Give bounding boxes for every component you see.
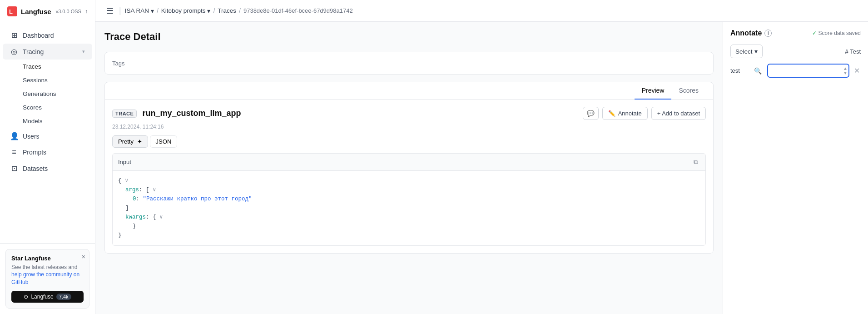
annotate-icon: ✏️ [608, 110, 615, 117]
score-input[interactable] [767, 64, 849, 78]
chevron-down-icon: ▾ [82, 49, 85, 55]
page-content-area: Trace Detail Tags Preview Scores [95, 22, 868, 314]
sidebar-item-tracing[interactable]: ◎ Tracing ▾ [3, 44, 92, 60]
code-line-6: } [118, 222, 700, 231]
svg-text:L: L [9, 8, 13, 15]
copy-button[interactable]: ⧉ [692, 157, 700, 167]
annotate-panel: Annotate i ✓ Score data saved Select ▾ #… [723, 22, 868, 314]
add-dataset-label: + Add to dataset [657, 110, 700, 117]
close-icon: ✕ [854, 67, 860, 75]
sidebar-item-sessions[interactable]: Sessions [3, 74, 92, 87]
breadcrumb-traces-label: Traces [218, 7, 236, 14]
breadcrumb-item-traces[interactable]: Traces [218, 7, 236, 14]
comment-button[interactable]: 💬 [583, 107, 599, 120]
main-content: ☰ | ISA RAN ▾ / Kitoboy prompts ▾ / Trac… [95, 0, 868, 314]
sidebar-item-models[interactable]: Models [3, 115, 92, 128]
sidebar-nav: ⊞ Dashboard ◎ Tracing ▾ Traces Sessions … [0, 23, 95, 243]
code-line-4: ] [118, 204, 700, 213]
chevron-down-icon: ▾ [754, 48, 758, 55]
score-input-arrows[interactable]: ▲ ▼ [843, 66, 848, 75]
sidebar-item-label: Tracing [23, 48, 44, 55]
tab-scores-label: Scores [679, 87, 699, 94]
star-count: 7.4k [56, 294, 71, 300]
search-icon: 🔍 [754, 67, 762, 75]
format-tab-json-label: JSON [156, 138, 172, 145]
upgrade-icon[interactable]: ↑ [85, 8, 88, 15]
sidebar-item-generations[interactable]: Generations [3, 87, 92, 100]
format-tab-pretty[interactable]: Pretty ✦ [112, 135, 148, 148]
sidebar-item-prompts[interactable]: ≡ Prompts [3, 145, 92, 160]
input-header: Input ⧉ [113, 154, 705, 171]
star-button-label: Langfuse [31, 294, 53, 300]
breadcrumb: ISA RAN ▾ / Kitoboy prompts ▾ / Traces /… [125, 7, 353, 15]
sidebar-item-label: Prompts [23, 149, 46, 156]
code-block: { ∨ args: [ ∨ 0: "Расскажи кратко про эт… [113, 171, 705, 245]
star-close-button[interactable]: × [82, 253, 85, 260]
sidebar-item-traces[interactable]: Traces [3, 60, 92, 73]
breadcrumb-sep-2: / [213, 7, 215, 15]
breadcrumb-sep-3: / [239, 7, 241, 15]
trace-badge: TRACE [112, 110, 137, 118]
sparkle-icon: ✦ [137, 138, 142, 145]
sidebar-item-users[interactable]: 👤 Users [3, 128, 92, 144]
dashboard-icon: ⊞ [10, 31, 18, 40]
tab-preview-label: Preview [642, 87, 665, 94]
breadcrumb-item-workspace[interactable]: ISA RAN ▾ [125, 7, 154, 15]
add-to-dataset-button[interactable]: + Add to dataset [651, 107, 706, 120]
trace-header: TRACE run_my_custom_llm_app 💬 ✏️ Annotat… [105, 100, 713, 127]
input-section: Input ⧉ { ∨ args: [ ∨ 0: "Расскажи кратк… [112, 153, 706, 246]
score-clear-button[interactable]: ✕ [853, 65, 861, 76]
copy-icon: ⧉ [694, 158, 698, 165]
tab-scores[interactable]: Scores [671, 82, 706, 100]
trace-panel: Trace Detail Tags Preview Scores [95, 22, 723, 314]
arrow-down-icon[interactable]: ▼ [843, 71, 848, 75]
logo-area: L Langfuse v3.0.0 OSS ↑ [0, 0, 95, 23]
breadcrumb-item-project[interactable]: Kitoboy prompts ▾ [161, 7, 211, 15]
select-label: Select [735, 48, 753, 55]
tracing-icon: ◎ [10, 47, 18, 56]
sidebar-sub-label: Scores [23, 104, 42, 111]
hamburger-icon[interactable]: ☰ [104, 4, 115, 18]
input-label: Input [118, 159, 131, 165]
tags-label: Tags [112, 60, 124, 67]
sidebar-item-label: Users [23, 133, 40, 140]
comment-icon: 💬 [587, 110, 595, 117]
tags-section: Tags [104, 52, 714, 75]
trace-detail-tabs: Preview Scores [105, 82, 713, 100]
trace-timestamp: 23.12.2024, 11:24:16 [105, 124, 713, 130]
star-langfuse-box: × Star Langfuse See the latest releases … [5, 249, 89, 309]
code-line-2: args: [ ∨ [118, 185, 700, 194]
sidebar-item-dashboard[interactable]: ⊞ Dashboard [3, 27, 92, 43]
select-row: Select ▾ # Test [730, 45, 861, 58]
star-button[interactable]: ⊙ Langfuse 7.4k [11, 291, 84, 303]
trace-actions: 💬 ✏️ Annotate + Add to dataset [583, 107, 706, 120]
breadcrumb-trace-id: 9738de8e-01df-46ef-bcee-67d9d98a1742 [243, 7, 353, 14]
breadcrumb-sep-1: / [157, 7, 159, 15]
chevron-down-icon: ▾ [207, 7, 210, 15]
tab-preview[interactable]: Preview [635, 82, 672, 100]
sidebar-item-label: Dashboard [23, 32, 54, 39]
annotate-button[interactable]: ✏️ Annotate [602, 107, 648, 120]
format-tab-json[interactable]: JSON [150, 135, 178, 148]
users-icon: 👤 [10, 132, 18, 140]
code-line-1: { ∨ [118, 176, 700, 185]
select-dropdown[interactable]: Select ▾ [730, 45, 763, 58]
prompts-icon: ≡ [10, 148, 18, 156]
code-line-7: } [118, 231, 700, 240]
sidebar-sub-label: Traces [23, 63, 41, 70]
score-item-row: test 🔍 ▲ ▼ ✕ [730, 64, 861, 78]
sidebar-item-label: Datasets [23, 165, 48, 172]
star-title: Star Langfuse [11, 255, 84, 262]
annotate-info-icon[interactable]: i [764, 30, 772, 37]
annotate-title-area: Annotate i [730, 29, 772, 37]
checkmark-icon: ✓ [812, 30, 817, 36]
github-icon: ⊙ [24, 294, 28, 300]
sidebar-item-datasets[interactable]: ⊡ Datasets [3, 160, 92, 176]
score-search-button[interactable]: 🔍 [752, 65, 764, 76]
score-saved-text: Score data saved [818, 30, 861, 36]
trace-detail-card: Preview Scores TRACE run_my_custom_llm_a… [104, 82, 714, 254]
star-description: See the latest releases and help grow th… [11, 264, 84, 286]
sidebar-item-scores[interactable]: Scores [3, 101, 92, 114]
sidebar-sub-label: Generations [23, 90, 56, 97]
star-github-link[interactable]: help grow the community on GitHub [11, 271, 79, 285]
